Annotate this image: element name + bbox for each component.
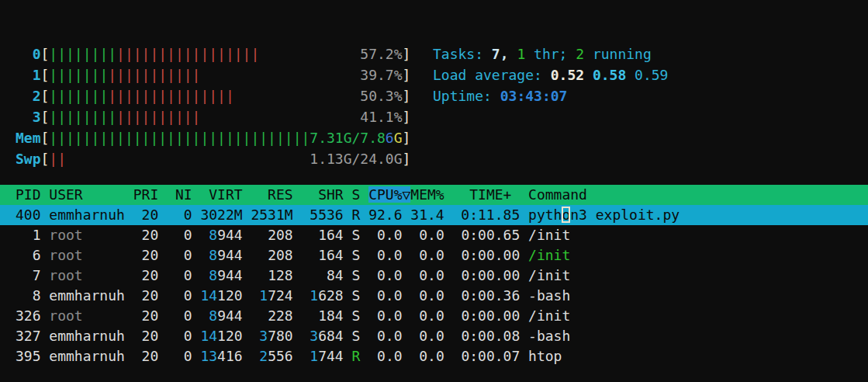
meter-label: 2	[16, 88, 41, 104]
meter-gap	[259, 46, 360, 62]
meter-close-bracket: ]	[403, 46, 411, 62]
table-body: 400 emmharnuh 20 0 3022M 2531M 5536 R 92…	[0, 205, 868, 366]
meter-value: 39.7%	[360, 67, 402, 83]
meter-gap	[200, 67, 360, 83]
meter-bars-green: ||||||||	[49, 46, 116, 62]
uptime: Uptime: 03:43:07	[433, 85, 668, 106]
summary-panel: Tasks: 7, 1 thr; 2 runningLoad average: …	[433, 43, 668, 106]
process-row-8[interactable]: 8 emmharnuh 20 0 14120 1724 1628 S 0.0 0…	[0, 286, 868, 306]
meter-close-bracket: ]	[403, 130, 411, 146]
meter-close-bracket: ]	[403, 151, 411, 167]
meter-label: 3	[16, 109, 41, 125]
meter-close-bracket: ]	[403, 88, 411, 104]
meter-bars-red: |||||||||||	[108, 67, 200, 83]
process-row-400[interactable]: 400 emmharnuh 20 0 3022M 2531M 5536 R 92…	[0, 205, 868, 225]
meter-bars-green: ||||||||	[49, 109, 116, 125]
table-header[interactable]: PID USER PRI NI VIRT RES SHR S CPU%▽MEM%…	[0, 185, 868, 205]
meter-gap	[66, 151, 310, 167]
meter-label: 1	[16, 67, 41, 83]
meter-bars-green: |||||||||||||||||||||||||||||||	[49, 130, 310, 146]
process-row-6[interactable]: 6 root 20 0 8944 208 164 S 0.0 0.0 0:00.…	[0, 245, 868, 266]
meter-label: Mem	[16, 130, 41, 146]
meter-open-bracket: [	[41, 67, 50, 83]
meter-bars-red: ||	[49, 151, 66, 167]
process-row-327[interactable]: 327 emmharnuh 20 0 14120 3780 3684 S 0.0…	[0, 326, 868, 346]
meter-open-bracket: [	[41, 88, 50, 104]
meter-bars-red: |||||||||||||||	[108, 88, 234, 104]
meter-open-bracket: [	[41, 151, 50, 167]
meter-value: 57.2%	[360, 46, 402, 62]
meter-open-bracket: [	[41, 109, 50, 125]
load-average: Load average: 0.52 0.58 0.59	[433, 64, 668, 85]
cpu-meter-3: 3[|||||||||||||||||| 41.1%]	[16, 106, 868, 127]
meter-open-bracket: [	[41, 130, 50, 146]
meter-value: G	[394, 130, 403, 146]
meter-value: 50.3%	[360, 88, 402, 104]
header-area: 0[||||||||||||||||||||||||| 57.2%] 1[|||…	[16, 43, 868, 169]
meter-close-bracket: ]	[403, 67, 411, 83]
swp-meter: Swp[|| 1.13G/24.0G]	[16, 148, 868, 169]
meter-value: 1.13G/24.0G	[310, 151, 402, 167]
meter-gap	[234, 88, 361, 104]
meter-close-bracket: ]	[403, 109, 411, 125]
meter-value: 6	[386, 130, 394, 146]
mem-meter: Mem[|||||||||||||||||||||||||||||||7.31G…	[16, 127, 868, 148]
meter-label: Swp	[16, 151, 41, 167]
meter-value: 41.1%	[360, 109, 402, 125]
meter-bars-red: ||||||||||	[116, 109, 200, 125]
process-row-1[interactable]: 1 root 20 0 8944 208 164 S 0.0 0.0 0:00.…	[0, 225, 868, 245]
tasks-summary: Tasks: 7, 1 thr; 2 running	[433, 43, 668, 64]
meter-open-bracket: [	[41, 46, 50, 62]
meter-bars-red: |||||||||||||||||	[116, 46, 259, 62]
htop-terminal: 0[||||||||||||||||||||||||| 57.2%] 1[|||…	[0, 0, 868, 366]
process-row-395[interactable]: 395 emmharnuh 20 0 13416 2556 1744 R 0.0…	[0, 346, 868, 366]
process-row-7[interactable]: 7 root 20 0 8944 128 84 S 0.0 0.0 0:00.0…	[0, 266, 868, 286]
process-table: PID USER PRI NI VIRT RES SHR S CPU%▽MEM%…	[0, 185, 868, 366]
meter-value: 7.31G/7.8	[310, 130, 386, 146]
meter-bars-green: |||||||	[49, 67, 108, 83]
meter-label: 0	[16, 46, 41, 62]
meter-bars-green: |||||||	[49, 88, 108, 104]
process-row-326[interactable]: 326 root 20 0 8944 228 184 S 0.0 0.0 0:0…	[0, 306, 868, 326]
meter-gap	[200, 109, 360, 125]
